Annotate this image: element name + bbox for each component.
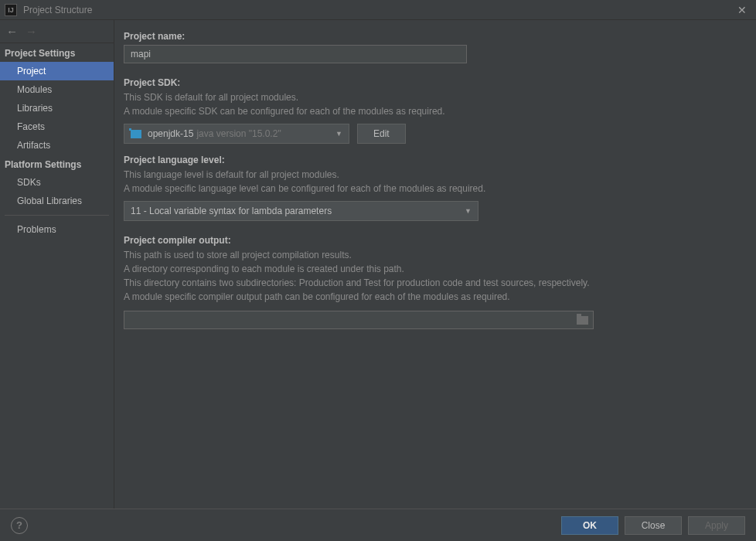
compiler-output-help-2: A directory corresponding to each module… — [124, 263, 744, 275]
sidebar-item-libraries[interactable]: Libraries — [0, 99, 114, 117]
nav-arrows: ← → — [0, 20, 114, 43]
language-level-help-2: A module specific language level can be … — [124, 182, 744, 195]
language-level-label: Project language level: — [124, 155, 744, 165]
sidebar-item-global-libraries[interactable]: Global Libraries — [0, 192, 114, 210]
nav-forward-icon: → — [26, 25, 37, 38]
language-level-value: 11 - Local variable syntax for lambda pa… — [131, 206, 332, 216]
compiler-output-input[interactable] — [124, 311, 594, 329]
close-button[interactable]: Close — [625, 516, 682, 535]
compiler-output-help-4: A module specific compiler output path c… — [124, 291, 744, 303]
folder-icon[interactable] — [577, 316, 588, 325]
content-area: ← → Project Settings Project Modules Lib… — [0, 20, 756, 509]
project-name-input[interactable]: mapi — [124, 45, 467, 63]
project-sdk-label: Project SDK: — [124, 77, 744, 88]
footer: ? OK Close Apply — [0, 509, 756, 541]
window-title: Project Structure — [23, 5, 92, 15]
ok-button[interactable]: OK — [561, 516, 618, 535]
sidebar-item-facets[interactable]: Facets — [0, 117, 114, 136]
apply-button: Apply — [688, 516, 745, 535]
language-level-help-1: This language level is default for all p… — [124, 168, 744, 181]
sidebar-item-artifacts[interactable]: Artifacts — [0, 136, 114, 155]
nav-back-icon[interactable]: ← — [6, 25, 18, 38]
app-icon: IJ — [5, 4, 17, 16]
close-icon[interactable]: ✕ — [733, 4, 751, 16]
sidebar-item-project[interactable]: Project — [0, 62, 114, 80]
sdk-name: openjdk-15 — [148, 128, 193, 139]
main-panel: Project name: mapi Project SDK: This SDK… — [114, 20, 756, 509]
titlebar: IJ Project Structure ✕ — [0, 0, 756, 20]
chevron-down-icon: ▼ — [335, 130, 342, 138]
project-settings-header: Project Settings — [0, 43, 114, 62]
sidebar-item-sdks[interactable]: SDKs — [0, 173, 114, 192]
compiler-output-label: Project compiler output: — [124, 235, 744, 246]
help-button[interactable]: ? — [11, 517, 28, 534]
project-sdk-dropdown[interactable]: openjdk-15 java version "15.0.2" ▼ — [124, 124, 349, 144]
compiler-output-help-3: This directory contains two subdirectori… — [124, 277, 744, 289]
edit-sdk-button[interactable]: Edit — [357, 124, 406, 144]
project-sdk-help-1: This SDK is default for all project modu… — [124, 91, 744, 104]
language-level-dropdown[interactable]: 11 - Local variable syntax for lambda pa… — [124, 201, 478, 221]
project-name-value: mapi — [131, 49, 151, 60]
sdk-version: java version "15.0.2" — [196, 128, 281, 139]
project-sdk-help-2: A module specific SDK can be configured … — [124, 105, 744, 117]
sidebar-item-modules[interactable]: Modules — [0, 80, 114, 99]
sidebar-divider — [5, 215, 109, 216]
sidebar: ← → Project Settings Project Modules Lib… — [0, 20, 114, 509]
chevron-down-icon: ▼ — [465, 207, 472, 215]
platform-settings-header: Platform Settings — [0, 155, 114, 173]
project-name-label: Project name: — [124, 31, 744, 42]
compiler-output-help-1: This path is used to store all project c… — [124, 249, 744, 261]
sdk-icon — [131, 130, 141, 138]
sidebar-item-problems[interactable]: Problems — [0, 220, 114, 239]
